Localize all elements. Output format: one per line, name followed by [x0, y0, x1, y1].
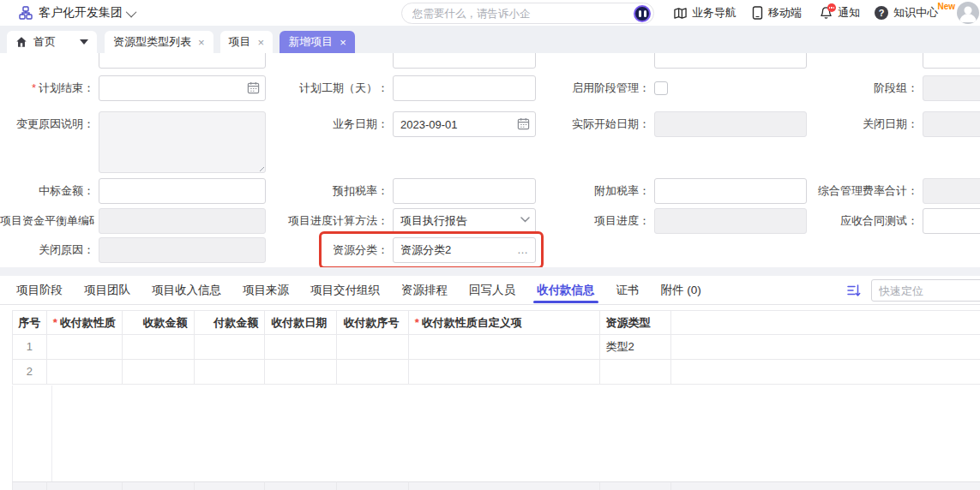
tab-close-icon[interactable]: × — [340, 36, 346, 49]
mgmt-fee-total-label: 综合管理费率合计： — [811, 178, 918, 204]
table-cell[interactable] — [47, 335, 123, 360]
detail-tab-9[interactable]: 附件 (0) — [656, 276, 706, 304]
cutoff-field[interactable] — [393, 53, 536, 69]
row-seq-cell[interactable]: 1 — [12, 335, 47, 360]
table-cell[interactable] — [123, 335, 194, 360]
tab-list-dropdown-icon[interactable] — [80, 39, 88, 45]
cutoff-field[interactable] — [99, 53, 266, 69]
footer-strip-cell — [123, 481, 194, 490]
quick-locate-input[interactable] — [871, 279, 980, 302]
calendar-icon[interactable] — [247, 81, 260, 94]
chevron-down-icon — [126, 6, 137, 17]
nav-notifications[interactable]: 通知 — [820, 0, 860, 26]
payment-info-table: 序号*收付款性质收款金额付款金额收付款日期收付款序号*收付款性质自定义项资源类型… — [0, 310, 980, 490]
cutoff-field[interactable] — [654, 53, 807, 69]
enable-phase-checkbox[interactable] — [654, 81, 668, 95]
detail-tab-6[interactable]: 回写人员 — [464, 276, 520, 304]
chevron-down-icon[interactable] — [520, 217, 530, 223]
surtax-rate-input[interactable] — [654, 178, 807, 204]
resource-class-field[interactable]: … — [393, 237, 536, 263]
table-cell[interactable] — [409, 335, 600, 360]
resize-grip-icon[interactable] — [256, 164, 264, 171]
reference-picker-icon[interactable]: … — [517, 237, 529, 263]
bid-amount-field[interactable] — [99, 178, 266, 204]
cutoff-field[interactable] — [923, 53, 980, 69]
plan-duration-field[interactable] — [393, 75, 536, 101]
ai-assistant-icon[interactable] — [634, 5, 651, 22]
table-cell[interactable] — [337, 360, 408, 385]
table-cell[interactable]: 类型2 — [600, 335, 671, 360]
cutoff-input[interactable] — [99, 53, 266, 69]
help-circle-icon: ? — [875, 6, 888, 20]
detail-tab-7[interactable]: 收付款信息 — [532, 276, 600, 304]
calendar-icon[interactable] — [517, 117, 530, 130]
nav-knowledge-center[interactable]: ? 知识中心 New — [875, 0, 938, 26]
nav-business-navigation[interactable]: 业务导航 — [674, 0, 737, 26]
header-cell-7: 资源类型 — [600, 310, 671, 335]
detail-tab-3[interactable]: 项目来源 — [237, 276, 294, 304]
detail-tab-8[interactable]: 证书 — [611, 276, 645, 304]
resource-class-input[interactable] — [393, 237, 536, 263]
bid-amount-input[interactable] — [99, 178, 266, 204]
actual-start-label: 实际开始日期： — [540, 111, 650, 137]
table-cell[interactable] — [265, 335, 337, 360]
seq-column-extension — [12, 385, 52, 481]
workspace-tab-strip: 首页 资源型类型列表×项目×新增项目× — [0, 26, 980, 53]
table-cell[interactable] — [195, 360, 266, 385]
cutoff-input[interactable] — [393, 53, 536, 69]
surtax-rate-field[interactable] — [654, 178, 807, 204]
close-reason-label: 关闭原因： — [0, 237, 94, 263]
biz-date-field[interactable] — [393, 111, 536, 137]
user-avatar[interactable] — [957, 2, 979, 24]
detail-tab-4[interactable]: 项目交付组织 — [305, 276, 385, 304]
cutoff-input[interactable] — [923, 53, 980, 69]
detail-tab-5[interactable]: 资源排程 — [396, 276, 453, 304]
fund-balance-code-field — [99, 208, 266, 234]
global-search-input[interactable] — [402, 8, 634, 20]
table-cell[interactable] — [265, 360, 337, 385]
row-seq-cell[interactable]: 2 — [12, 360, 47, 385]
table-cell[interactable] — [337, 335, 408, 360]
withholding-rate-input[interactable] — [393, 178, 536, 204]
biz-date-input[interactable] — [393, 111, 536, 137]
table-cell[interactable] — [47, 360, 123, 385]
section-divider — [0, 267, 980, 276]
detail-tab-1[interactable]: 项目团队 — [79, 276, 135, 304]
tab-home[interactable]: 首页 — [7, 31, 97, 53]
progress-method-select[interactable] — [393, 208, 536, 234]
tab-close-icon[interactable]: × — [198, 36, 205, 49]
nav-mobile[interactable]: 移动端 — [752, 0, 802, 26]
org-switcher[interactable]: 客户化开发集团 — [19, 5, 136, 21]
table-cell[interactable] — [195, 335, 266, 360]
fund-balance-code-label: 项目资金平衡单编码： — [0, 208, 94, 234]
withholding-rate-label: 预扣税率： — [270, 178, 388, 204]
plan-end-input[interactable] — [99, 75, 266, 101]
detail-tab-0[interactable]: 项目阶段 — [11, 276, 68, 304]
table-cell[interactable] — [123, 360, 194, 385]
tab-close-icon[interactable]: × — [258, 36, 265, 49]
cutoff-input[interactable] — [654, 53, 807, 69]
quick-locate-icon[interactable] — [847, 284, 861, 297]
table-cell[interactable] — [600, 360, 671, 385]
tab-item-2[interactable]: 新增项目× — [280, 31, 355, 53]
table-cell-filler — [671, 360, 980, 385]
change-reason-textarea[interactable] — [99, 111, 266, 173]
close-reason-field — [99, 237, 266, 263]
withholding-rate-field[interactable] — [393, 178, 536, 204]
resource-class-label: 资源分类： — [270, 237, 388, 263]
detail-tab-bar: 项目阶段项目团队项目收入信息项目来源项目交付组织资源排程回写人员收付款信息证书附… — [0, 276, 980, 305]
detail-tab-2[interactable]: 项目收入信息 — [147, 276, 226, 304]
tab-item-0[interactable]: 资源型类型列表× — [105, 31, 213, 53]
project-form: *计划结束： 计划工期（天）： 启用阶段管理： 阶段组： 变更原因说明： 业务日… — [0, 53, 980, 267]
table-header-row: 序号*收付款性质收款金额付款金额收付款日期收付款序号*收付款性质自定义项资源类型 — [12, 310, 980, 335]
receivable-test-input[interactable] — [923, 208, 980, 234]
phase-group-input — [923, 75, 980, 101]
receivable-test-field[interactable] — [923, 208, 980, 234]
required-mark: * — [415, 316, 419, 329]
global-search[interactable] — [401, 3, 654, 24]
table-cell[interactable] — [409, 360, 600, 385]
tab-item-1[interactable]: 项目× — [220, 31, 274, 53]
plan-duration-input[interactable] — [393, 75, 536, 101]
plan-end-field[interactable] — [99, 75, 266, 101]
progress-method-value[interactable] — [393, 208, 536, 234]
